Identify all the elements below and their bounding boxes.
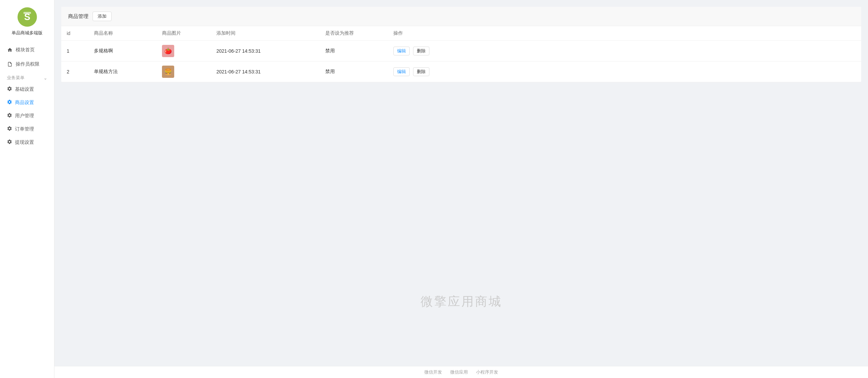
sidebar-item-basic-settings[interactable]: 基础设置 (0, 83, 54, 96)
footer-link-miniprogram[interactable]: 小程序开发 (476, 369, 498, 375)
col-image: 商品图片 (157, 26, 211, 41)
table-row: 1 多规格啊 🍅 2021-06-27 14:53:31 禁用 编辑 删除 (61, 41, 861, 62)
person-icon (7, 61, 13, 67)
delete-button[interactable]: 删除 (413, 67, 429, 76)
cell-name: 多规格啊 (88, 41, 157, 62)
cell-image: 🍅 (157, 41, 211, 62)
cell-recommended: 禁用 (320, 41, 388, 62)
app-title: 单品商城多端版 (12, 30, 43, 36)
cell-actions: 编辑 删除 (388, 41, 861, 62)
page-header: 商品管理 添加 (61, 7, 861, 26)
sidebar-item-home[interactable]: 模块首页 (0, 43, 54, 57)
sidebar-item-home-label: 模块首页 (16, 47, 35, 53)
col-id: id (61, 26, 88, 41)
col-action: 操作 (388, 26, 861, 41)
chevron-down-icon: ⌄ (44, 75, 47, 81)
sidebar-item-product-settings-label: 商品设置 (15, 100, 34, 106)
sidebar-item-user-management-label: 用户管理 (15, 113, 34, 119)
sidebar-item-basic-settings-label: 基础设置 (15, 86, 34, 92)
product-image: 🍅 (162, 45, 174, 57)
main-content: 商品管理 添加 id 商品名称 商品图片 添加时间 是否设为推荐 操作 1 多规… (54, 0, 868, 378)
footer-link-weixin-dev[interactable]: 微信开发 (424, 369, 442, 375)
cell-name: 单规格方法 (88, 62, 157, 82)
gear-icon-withdrawal (7, 139, 12, 145)
products-table: id 商品名称 商品图片 添加时间 是否设为推荐 操作 1 多规格啊 🍅 202… (61, 26, 861, 82)
edit-button[interactable]: 编辑 (393, 47, 410, 55)
cell-image: 🍔 (157, 62, 211, 82)
col-recommended: 是否设为推荐 (320, 26, 388, 41)
sidebar: S 单品商城多端版 模块首页 操作员权限 业务菜单 (0, 0, 54, 378)
page-title: 商品管理 (68, 13, 88, 20)
col-name: 商品名称 (88, 26, 157, 41)
cell-id: 1 (61, 41, 88, 62)
cell-time: 2021-06-27 14:53:31 (211, 62, 320, 82)
logo-area: S 单品商城多端版 (8, 7, 46, 36)
svg-rect-2 (23, 12, 31, 14)
product-image: 🍔 (162, 66, 174, 78)
cell-id: 2 (61, 62, 88, 82)
logo-icon: S (17, 7, 37, 27)
sidebar-item-withdrawal-settings-label: 提现设置 (15, 139, 34, 145)
sidebar-item-permissions[interactable]: 操作员权限 (0, 57, 54, 71)
page-card: 商品管理 添加 id 商品名称 商品图片 添加时间 是否设为推荐 操作 1 多规… (61, 7, 861, 82)
sidebar-item-order-management[interactable]: 订单管理 (0, 122, 54, 136)
col-time: 添加时间 (211, 26, 320, 41)
home-icon (7, 47, 13, 53)
gear-icon-user (7, 113, 12, 119)
sidebar-item-order-management-label: 订单管理 (15, 126, 34, 132)
gear-icon-basic (7, 86, 12, 92)
sidebar-item-product-settings[interactable]: 商品设置 (0, 96, 54, 109)
sidebar-section-label: 业务菜单 ⌄ (0, 71, 54, 83)
cell-recommended: 禁用 (320, 62, 388, 82)
cell-actions: 编辑 删除 (388, 62, 861, 82)
delete-button[interactable]: 删除 (413, 47, 429, 55)
gear-icon-product (7, 99, 12, 106)
sidebar-item-user-management[interactable]: 用户管理 (0, 109, 54, 122)
sidebar-item-withdrawal-settings[interactable]: 提现设置 (0, 136, 54, 149)
gear-icon-order (7, 126, 12, 132)
watermark: 微擎应用商城 (421, 293, 502, 310)
edit-button[interactable]: 编辑 (393, 67, 410, 76)
sidebar-item-permissions-label: 操作员权限 (16, 61, 39, 67)
sidebar-nav: 模块首页 操作员权限 业务菜单 ⌄ 基础设置 (0, 43, 54, 149)
add-button[interactable]: 添加 (93, 12, 112, 21)
footer-link-weixin-app[interactable]: 微信应用 (450, 369, 468, 375)
page-footer: 微信开发 微信应用 小程序开发 (54, 366, 868, 378)
table-row: 2 单规格方法 🍔 2021-06-27 14:53:31 禁用 编辑 删除 (61, 62, 861, 82)
cell-time: 2021-06-27 14:53:31 (211, 41, 320, 62)
